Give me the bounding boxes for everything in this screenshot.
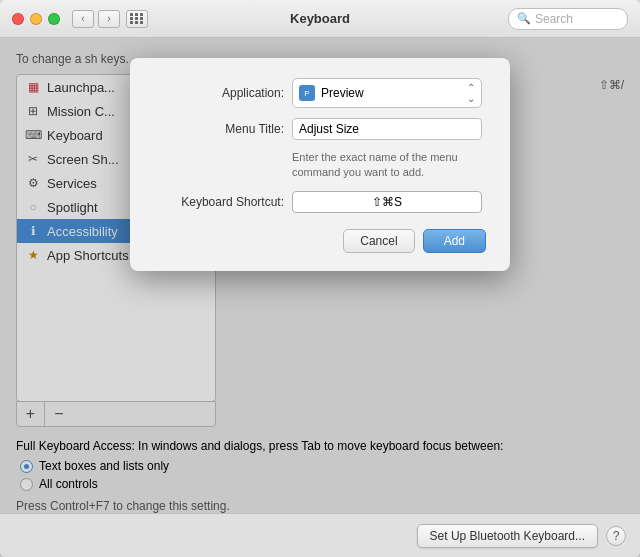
application-control: P Preview ⌃⌄	[292, 78, 486, 108]
app-icon: P	[299, 85, 315, 101]
modal-overlay: Application: P Preview ⌃⌄ Menu Title:	[0, 38, 640, 513]
maximize-button[interactable]	[48, 13, 60, 25]
minimize-button[interactable]	[30, 13, 42, 25]
search-icon: 🔍	[517, 12, 531, 25]
add-button[interactable]: Add	[423, 229, 486, 253]
cancel-button[interactable]: Cancel	[343, 229, 414, 253]
help-button[interactable]: ?	[606, 526, 626, 546]
application-value: Preview	[321, 86, 461, 100]
add-shortcut-modal: Application: P Preview ⌃⌄ Menu Title:	[130, 58, 510, 271]
application-select[interactable]: P Preview ⌃⌄	[292, 78, 482, 108]
grid-button[interactable]	[126, 10, 148, 28]
menu-title-control	[292, 118, 486, 140]
app-icon-letter: P	[304, 89, 309, 98]
help-icon: ?	[613, 529, 620, 543]
bottom-bar: Set Up Bluetooth Keyboard... ?	[0, 513, 640, 557]
chevron-up-down-icon: ⌃⌄	[467, 82, 475, 104]
back-icon: ‹	[81, 13, 84, 24]
back-button[interactable]: ‹	[72, 10, 94, 28]
application-label: Application:	[154, 86, 284, 100]
forward-icon: ›	[107, 13, 110, 24]
menu-title-input[interactable]	[292, 118, 482, 140]
keyboard-shortcut-value: ⇧⌘S	[372, 195, 402, 209]
search-input-placeholder: Search	[535, 12, 573, 26]
forward-button[interactable]: ›	[98, 10, 120, 28]
close-button[interactable]	[12, 13, 24, 25]
menu-title-hint: Enter the exact name of the menu command…	[292, 150, 486, 181]
grid-icon	[130, 13, 144, 24]
menu-title-row: Menu Title:	[154, 118, 486, 140]
modal-buttons: Cancel Add	[154, 229, 486, 253]
window-title: Keyboard	[290, 11, 350, 26]
setup-bluetooth-button[interactable]: Set Up Bluetooth Keyboard...	[417, 524, 598, 548]
nav-buttons: ‹ ›	[72, 10, 120, 28]
menu-title-label: Menu Title:	[154, 122, 284, 136]
keyboard-preferences-window: ‹ › Keyboard 🔍 Search To change a sh	[0, 0, 640, 557]
application-row: Application: P Preview ⌃⌄	[154, 78, 486, 108]
keyboard-shortcut-label: Keyboard Shortcut:	[154, 195, 284, 209]
content-area: To change a sh keys. ▦ Launchpa... ⊞ Mis…	[0, 38, 640, 513]
keyboard-shortcut-field[interactable]: ⇧⌘S	[292, 191, 482, 213]
titlebar: ‹ › Keyboard 🔍 Search	[0, 0, 640, 38]
keyboard-shortcut-row: Keyboard Shortcut: ⇧⌘S	[154, 191, 486, 213]
search-box[interactable]: 🔍 Search	[508, 8, 628, 30]
traffic-lights	[12, 13, 60, 25]
